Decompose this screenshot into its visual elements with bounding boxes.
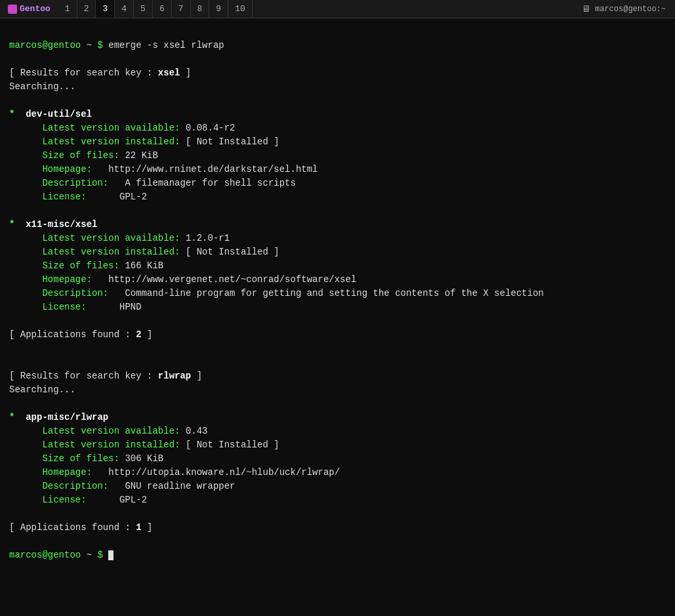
pkg3-lic-value: GPL-2: [119, 495, 147, 505]
pkg1-name: dev-util/sel: [26, 109, 92, 119]
pkg2-hp-label: Homepage:: [42, 274, 92, 285]
blank-line-8: [9, 507, 666, 521]
pkg3-latest-installed: Latest version installed: [ Not Installe…: [9, 438, 666, 452]
pkg2-lic-label: License:: [42, 302, 86, 312]
final-prompt-user: marcos@gentoo: [9, 550, 81, 560]
pkg1-desc-label: Description:: [42, 178, 108, 188]
hostname-text: marcos@gentoo:~: [595, 5, 666, 14]
tab-7[interactable]: 7: [172, 0, 191, 18]
pkg1-la-value: 0.08.4-r2: [186, 123, 235, 133]
pkg2-latest-installed: Latest version installed: [ Not Installe…: [9, 245, 666, 259]
pkg1-li-label: Latest version installed:: [42, 136, 180, 147]
pkg1-size-label: Size of files:: [42, 150, 119, 161]
pkg3-hp-label: Homepage:: [42, 467, 92, 478]
tab-5[interactable]: 5: [134, 0, 153, 18]
prompt-user: marcos@gentoo: [9, 40, 81, 51]
pkg2-license: License: HPND: [9, 300, 666, 314]
prompt-tilde: ~: [87, 40, 92, 51]
tab-bar: Gentoo 1 2 3 4 5 6 7 8 9 10 🖥 marcos@gen…: [0, 0, 675, 18]
pkg2-la-label: Latest version available:: [42, 233, 180, 243]
pkg2-size-label: Size of files:: [42, 260, 119, 271]
results-xsel-header: [ Results for search key : xsel ]: [9, 66, 666, 80]
pkg3-header: * app-misc/rlwrap: [9, 411, 666, 424]
pkg1-size-value: 22 KiB: [125, 150, 157, 161]
prompt-cmd: emerge -s xsel rlwrap: [108, 40, 224, 51]
logo: Gentoo: [3, 4, 56, 14]
blank-line-7: [9, 397, 666, 411]
tab-8[interactable]: 8: [191, 0, 210, 18]
pkg2-li-value: [ Not Installed ]: [186, 247, 279, 257]
blank-line-4: [9, 314, 666, 328]
pkg2-size-value: 166 KiB: [125, 260, 163, 271]
pkg3-license: License: GPL-2: [9, 493, 666, 507]
blank-line-9: [9, 535, 666, 548]
pkg2-desc-label: Description:: [42, 288, 108, 298]
tab-1[interactable]: 1: [58, 0, 77, 18]
pkg3-size-value: 306 KiB: [125, 453, 163, 464]
final-prompt-dollar: $: [97, 550, 102, 560]
pkg3-name: app-misc/rlwrap: [26, 412, 108, 422]
pkg3-description: Description: GNU readline wrapper: [9, 480, 666, 493]
command-prompt: marcos@gentoo ~ $ emerge -s xsel rlwrap: [9, 25, 666, 52]
pkg3-li-label: Latest version installed:: [42, 440, 180, 450]
cursor: [108, 550, 113, 560]
final-prompt-tilde: ~: [87, 550, 92, 560]
tab-9[interactable]: 9: [209, 0, 228, 18]
star-2: *: [9, 219, 14, 230]
pkg1-description: Description: A filemanager for shell scr…: [9, 176, 666, 190]
pkg2-hp-value: http://www.vergenet.net/~conrad/software…: [108, 274, 356, 285]
pkg1-size: Size of files: 22 KiB: [9, 149, 666, 163]
logo-text: Gentoo: [20, 4, 51, 14]
monitor-icon: 🖥: [582, 4, 591, 14]
pkg2-header: * x11-misc/xsel: [9, 218, 666, 232]
pkg1-homepage: Homepage: http://www.rninet.de/darkstar/…: [9, 163, 666, 176]
star-3: *: [9, 412, 14, 422]
pkg3-homepage: Homepage: http://utopia.knoware.nl/~hlub…: [9, 466, 666, 480]
pkg1-hp-label: Homepage:: [42, 164, 92, 175]
terminal[interactable]: marcos@gentoo ~ $ emerge -s xsel rlwrap …: [0, 18, 675, 616]
pkg1-li-value: [ Not Installed ]: [186, 136, 279, 147]
pkg3-size-label: Size of files:: [42, 453, 119, 464]
pkg1-hp-value: http://www.rninet.de/darkstar/sel.html: [108, 164, 317, 175]
apps-found-2: [ Applications found : 1 ]: [9, 521, 666, 535]
pkg1-license: License: GPL-2: [9, 190, 666, 204]
searching-2: Searching...: [9, 383, 666, 397]
final-prompt: marcos@gentoo ~ $: [9, 548, 666, 562]
pkg2-la-value: 1.2.0-r1: [186, 233, 230, 243]
pkg1-latest-available: Latest version available: 0.08.4-r2: [9, 121, 666, 135]
pkg1-lic-value: GPL-2: [119, 192, 147, 202]
tab-4[interactable]: 4: [115, 0, 134, 18]
pkg3-latest-available: Latest version available: 0.43: [9, 424, 666, 438]
blank-line-5: [9, 342, 666, 356]
prompt-dollar: $: [97, 40, 102, 51]
pkg1-header: * dev-util/sel: [9, 108, 666, 121]
pkg3-li-value: [ Not Installed ]: [186, 440, 279, 450]
tab-10[interactable]: 10: [228, 0, 253, 18]
tab-6[interactable]: 6: [153, 0, 172, 18]
hostname: 🖥 marcos@gentoo:~: [575, 4, 672, 14]
star-1: *: [9, 109, 14, 119]
pkg2-latest-available: Latest version available: 1.2.0-r1: [9, 232, 666, 245]
pkg1-latest-installed: Latest version installed: [ Not Installe…: [9, 135, 666, 149]
pkg2-size: Size of files: 166 KiB: [9, 259, 666, 273]
pkg3-desc-label: Description:: [42, 481, 108, 491]
blank-line-1: [9, 52, 666, 66]
pkg3-la-value: 0.43: [186, 426, 208, 436]
tab-2[interactable]: 2: [77, 0, 96, 18]
apps-found-1: [ Applications found : 2 ]: [9, 328, 666, 342]
pkg3-la-label: Latest version available:: [42, 426, 180, 436]
tab-3[interactable]: 3: [96, 0, 115, 18]
blank-line-2: [9, 94, 666, 108]
results-rlwrap-header: [ Results for search key : rlwrap ]: [9, 369, 666, 383]
pkg2-desc-value: Command-line program for getting and set…: [125, 288, 544, 298]
gentoo-icon: [8, 5, 17, 14]
blank-line-3: [9, 204, 666, 218]
searching-1: Searching...: [9, 80, 666, 94]
pkg1-lic-label: License:: [42, 192, 86, 202]
pkg2-lic-value: HPND: [119, 302, 142, 312]
pkg2-description: Description: Command-line program for ge…: [9, 287, 666, 300]
pkg2-homepage: Homepage: http://www.vergenet.net/~conra…: [9, 273, 666, 287]
pkg2-name: x11-misc/xsel: [26, 219, 97, 230]
pkg2-li-label: Latest version installed:: [42, 247, 180, 257]
pkg1-desc-value: A filemanager for shell scripts: [125, 178, 295, 188]
